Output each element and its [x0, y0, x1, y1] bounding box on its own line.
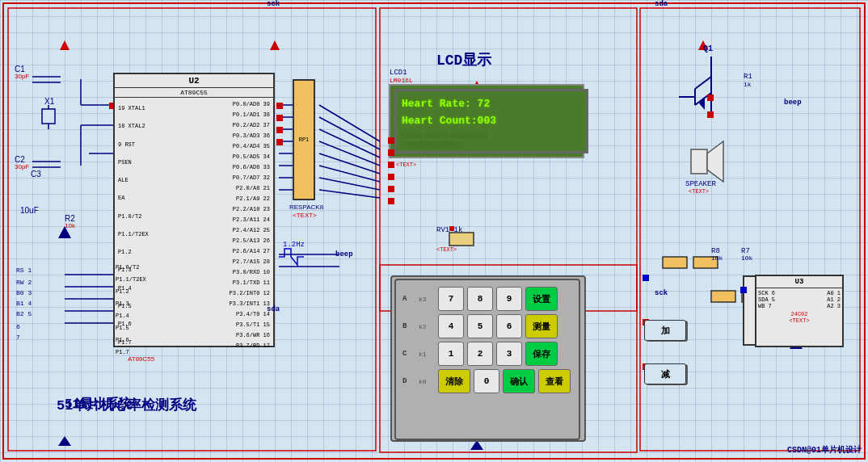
- u2-pin-p37: P3.7/RD 17: [197, 342, 270, 349]
- schematic-background: 51最小系统 LCD显示 C1 30pF C2 30pF C3 X1 10uF …: [0, 0, 868, 462]
- key-5[interactable]: 5: [467, 314, 493, 338]
- svg-rect-61: [276, 127, 283, 133]
- u2-pin-p34: P3.4/T0 14: [197, 311, 270, 317]
- svg-rect-72: [643, 275, 649, 281]
- u2-pin-p27: P2.7/A15 28: [197, 258, 270, 265]
- key-6[interactable]: 6: [496, 314, 522, 338]
- key-qingchu[interactable]: 清除: [438, 369, 470, 393]
- row-a-label: A: [402, 295, 415, 303]
- cap-label: 10uF: [20, 206, 39, 215]
- k0-label: k0: [419, 378, 435, 385]
- x1-label: X1: [44, 97, 54, 106]
- beep-netlabel: beep: [335, 250, 353, 258]
- b3-label: 6: [16, 323, 20, 330]
- key-queren[interactable]: 确认: [503, 369, 535, 393]
- u2-pin-p36: P3.6/WR 16: [197, 332, 270, 338]
- svg-marker-17: [58, 436, 71, 446]
- rp1-label: RP1: [299, 136, 310, 143]
- lcd-text-label: <TEXT>: [396, 162, 416, 168]
- key-2[interactable]: 2: [467, 342, 493, 366]
- u3-type: 24C02: [756, 311, 842, 317]
- r7-value: 10k: [741, 254, 752, 262]
- svg-line-35: [319, 141, 380, 166]
- b4-label: 7: [16, 334, 20, 341]
- svg-rect-63: [388, 137, 394, 144]
- lcd-char-row: ░░░░░ ░░░░░░ ░░░░░░░░░: [402, 132, 581, 139]
- svg-line-36: [319, 153, 380, 174]
- u2-pin-p20: P2.0/A8 21: [197, 185, 270, 191]
- add-button[interactable]: 加: [644, 320, 686, 341]
- key-1[interactable]: 1: [438, 342, 464, 366]
- svg-rect-70: [707, 94, 714, 101]
- beep-right-netlabel: beep: [784, 99, 802, 107]
- u2-pin-p03: P0.3/AD3 36: [197, 132, 270, 139]
- key-3[interactable]: 3: [496, 342, 522, 366]
- key-9[interactable]: 9: [496, 287, 522, 311]
- svg-marker-21: [270, 40, 280, 50]
- key-shezhi[interactable]: 设置: [525, 287, 558, 311]
- lcd1-type: LM016L: [390, 77, 413, 84]
- u2-pin-p05: P0.5/AD5 34: [197, 153, 270, 160]
- svg-line-32: [319, 105, 380, 141]
- u2-pin-xtal1: 19 XTAL1: [118, 105, 191, 111]
- svg-rect-60: [276, 115, 283, 121]
- u2-pin-p35: P3.5/T1 15: [197, 321, 270, 328]
- u2-pin-xtal2: 18 XTAL2: [118, 123, 191, 129]
- svg-rect-67: [388, 186, 394, 192]
- svg-rect-51: [663, 257, 687, 268]
- c2-value: 30pF: [15, 163, 29, 170]
- u2-pin-ale: ALE: [118, 177, 191, 183]
- svg-rect-49: [691, 149, 707, 174]
- c3-label: C3: [31, 170, 41, 178]
- lcd-line1: Heart Rate: 72: [402, 96, 581, 113]
- u2-pin-p12: P1.2: [118, 249, 191, 255]
- u2-pin-p25: P2.5/A13 26: [197, 237, 270, 244]
- u2-pin-p23: P2.3/A11 24: [197, 216, 270, 223]
- k3-label: k3: [419, 296, 435, 303]
- u2-pin-p02: P0.2/AD2 37: [197, 122, 270, 128]
- u3-wb: WB 7: [758, 303, 775, 309]
- key-0[interactable]: 0: [474, 369, 499, 393]
- c1-value: 30pF: [15, 73, 29, 80]
- p15-ext: P1.5: [116, 325, 129, 331]
- sda-right: sda: [655, 0, 668, 8]
- u2-pin-p06: P0.6/AD6 33: [197, 164, 270, 170]
- watermark: CSDN@01单片机设计: [787, 444, 862, 456]
- freq-label: 1.2Hz: [283, 241, 305, 249]
- u2-pin-ea: EA: [118, 195, 191, 201]
- speaker-label: SPEAKER: [685, 180, 716, 188]
- k2-label: k2: [419, 323, 435, 330]
- svg-rect-62: [276, 139, 283, 145]
- respack8-label: RESPACK8: [289, 204, 323, 211]
- b2-label: B2 5: [16, 310, 32, 317]
- u2-pin-rst: 9 RST: [118, 141, 191, 148]
- svg-marker-50: [707, 141, 723, 182]
- svg-line-45: [695, 93, 711, 105]
- row-c-label: C: [402, 350, 415, 358]
- u2-pin-p00: P0.0/AD0 39: [197, 101, 270, 107]
- key-4[interactable]: 4: [438, 314, 464, 338]
- key-baocun[interactable]: 保存: [525, 342, 558, 366]
- key-celiang[interactable]: 测量: [525, 314, 558, 338]
- svg-line-37: [319, 166, 380, 182]
- u2-pin-p22: P2.2/A10 23: [197, 206, 270, 212]
- row-b-label: B: [402, 322, 415, 330]
- u2-pin-p04: P0.4/AD4 35: [197, 143, 270, 149]
- lcd-screen: Heart Rate: 72 Heart Count:003 ░░░░░ ░░░…: [394, 89, 588, 153]
- u2-pin-p07: P0.7/AD7 32: [197, 174, 270, 181]
- rv1-label: RV1 1k: [436, 226, 462, 234]
- lcd-section-title: LCD显示: [436, 50, 491, 69]
- u3-chip: U3 SCK 6 SDA 5 WB 7 A0 1 A1 2 A2 3 24C02…: [755, 275, 844, 347]
- key-8[interactable]: 8: [467, 287, 493, 311]
- svg-rect-65: [388, 162, 394, 168]
- respack8-text: <TEXT>: [293, 212, 317, 219]
- u2-subtitle: AT89C55: [128, 355, 154, 363]
- keypad: A k3 7 8 9 设置 B k2 4 5 6 测量 C k1 1 2 3 保…: [394, 279, 580, 440]
- system-title: 51单片机心率检测系统: [57, 396, 196, 414]
- u2-pin-p31: P3.1/TXD 11: [197, 279, 270, 286]
- sub-button[interactable]: 减: [644, 363, 686, 384]
- r2-value: 10k: [65, 222, 75, 229]
- key-chakan[interactable]: 查看: [538, 369, 571, 393]
- key-7[interactable]: 7: [438, 287, 464, 311]
- svg-rect-59: [276, 103, 283, 109]
